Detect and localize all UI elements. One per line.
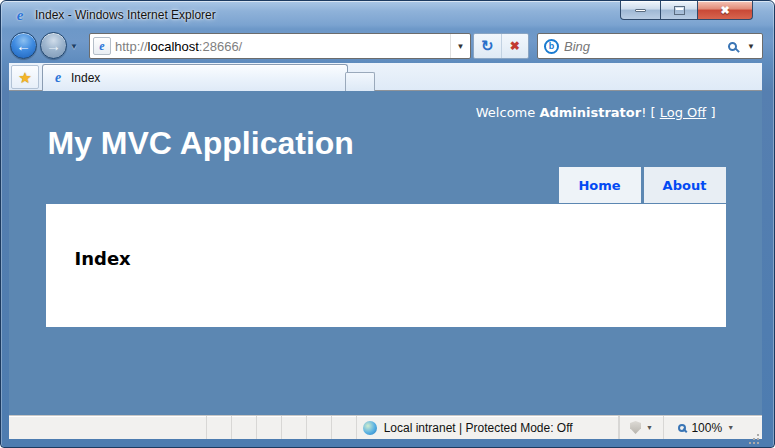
welcome-text: Welcome	[476, 105, 540, 120]
forward-button[interactable]: →	[40, 32, 67, 59]
refresh-button[interactable]: ↻	[474, 34, 502, 58]
search-input[interactable]	[564, 39, 728, 54]
url-path: :28666/	[199, 39, 242, 54]
login-status: Welcome Administrator! [ Log Off ]	[46, 91, 726, 120]
status-segment	[282, 416, 307, 439]
status-segment	[257, 416, 282, 439]
title-bar[interactable]: e Index - Windows Internet Explorer ✖	[1, 1, 774, 29]
username: Administrator	[539, 105, 641, 120]
close-button[interactable]: ✖	[697, 1, 753, 20]
browser-tab-index[interactable]: e Index	[42, 64, 348, 91]
browser-window: e Index - Windows Internet Explorer ✖ ← …	[0, 0, 775, 448]
search-box: b ▼	[537, 33, 763, 59]
site-menu: Home About	[46, 167, 726, 203]
forward-arrow-icon: →	[46, 38, 61, 53]
status-segment	[9, 416, 207, 439]
search-icon[interactable]	[728, 42, 737, 51]
globe-icon	[363, 421, 377, 435]
app-title: My MVC Application	[48, 125, 726, 162]
maximize-icon	[674, 6, 685, 15]
protection-dropdown-icon: ▼	[646, 424, 653, 431]
search-dropdown[interactable]: ▼	[747, 42, 755, 51]
content-panel: Index	[46, 204, 726, 327]
url-protocol: http://	[115, 39, 148, 54]
new-tab-button[interactable]	[345, 72, 375, 91]
status-segment	[207, 416, 232, 439]
back-button[interactable]: ←	[10, 32, 37, 59]
bing-icon: b	[544, 39, 559, 54]
close-icon: ✖	[720, 5, 729, 16]
status-segment	[307, 416, 332, 439]
welcome-mid-text: ! [	[641, 105, 660, 120]
welcome-suffix-text: ]	[706, 105, 715, 120]
shield-icon	[630, 421, 641, 434]
zone-label: Local intranet | Protected Mode: Off	[384, 421, 573, 435]
url-domain: localhost	[148, 39, 199, 54]
address-dropdown[interactable]: ▼	[450, 34, 470, 58]
status-segment	[332, 416, 357, 439]
maximize-button[interactable]	[660, 1, 698, 20]
favorites-button[interactable]: ★	[11, 65, 39, 89]
tab-label: Index	[71, 71, 100, 85]
window-title: Index - Windows Internet Explorer	[35, 8, 216, 22]
zoom-dropdown-icon: ▼	[727, 424, 734, 431]
protection-button[interactable]: ▼	[620, 416, 665, 439]
zoom-control[interactable]: 100% ▼	[664, 416, 748, 439]
page-container: Welcome Administrator! [ Log Off ] My MV…	[46, 91, 726, 327]
back-arrow-icon: ←	[16, 38, 31, 53]
zoom-level: 100%	[691, 421, 722, 435]
status-segment	[232, 416, 257, 439]
zoom-icon	[678, 424, 686, 432]
resize-grip[interactable]	[748, 425, 762, 439]
refresh-icon: ↻	[481, 37, 494, 55]
stop-button[interactable]: ✖	[502, 34, 529, 58]
tab-bar: ★ e Index	[9, 63, 762, 91]
stop-icon: ✖	[510, 39, 520, 53]
page-viewport: Welcome Administrator! [ Log Off ] My MV…	[9, 91, 762, 415]
recent-pages-dropdown[interactable]: ▼	[70, 42, 78, 51]
menu-item-home[interactable]: Home	[559, 167, 641, 203]
menu-item-about[interactable]: About	[644, 167, 726, 203]
navigation-bar: ← → ▼ e http://localhost:28666/ ▼ ↻ ✖ b …	[1, 29, 774, 63]
minimize-icon	[635, 9, 646, 12]
tab-favicon-icon: e	[50, 70, 66, 86]
status-bar: Local intranet | Protected Mode: Off ▼ 1…	[9, 415, 762, 439]
address-url: http://localhost:28666/	[115, 39, 450, 54]
log-off-link[interactable]: Log Off	[660, 105, 707, 120]
security-zone[interactable]: Local intranet | Protected Mode: Off	[357, 416, 619, 439]
address-bar[interactable]: e http://localhost:28666/ ▼	[89, 33, 471, 59]
window-controls: ✖	[621, 1, 753, 20]
page-icon: e	[93, 37, 111, 55]
ie-favicon-icon: e	[12, 7, 28, 23]
minimize-button[interactable]	[620, 1, 661, 20]
page-heading: Index	[46, 204, 726, 269]
favorites-star-icon: ★	[18, 70, 31, 85]
reload-stop-group: ↻ ✖	[473, 33, 529, 59]
